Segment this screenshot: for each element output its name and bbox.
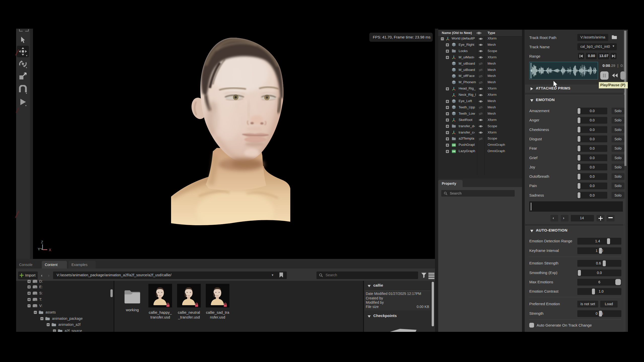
svg-text:Y: Y [38, 247, 40, 251]
svg-text:Z: Z [41, 240, 43, 244]
svg-text:X: X [49, 248, 51, 252]
